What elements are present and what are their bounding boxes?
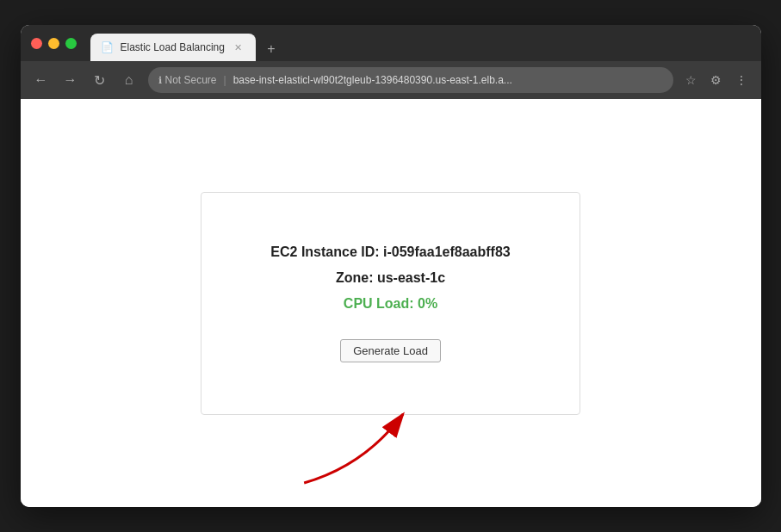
menu-icon[interactable]: ⋮ <box>732 70 751 90</box>
info-icon: ℹ <box>158 75 162 86</box>
content-card: EC2 Instance ID: i-059faa1ef8aabff83 Zon… <box>201 192 580 415</box>
tabs-area: 📄 Elastic Load Balancing ✕ + <box>90 25 751 61</box>
close-button[interactable] <box>31 38 42 49</box>
maximize-button[interactable] <box>65 38 77 49</box>
browser-window: 📄 Elastic Load Balancing ✕ + ← → ↻ ⌂ ℹ N… <box>21 25 761 507</box>
url-text: base-inst-elasticl-wl90t2tgleub-13964803… <box>233 74 663 86</box>
minimize-button[interactable] <box>48 38 59 49</box>
reload-button[interactable]: ↻ <box>90 70 110 90</box>
home-button[interactable]: ⌂ <box>119 70 139 90</box>
active-tab[interactable]: 📄 Elastic Load Balancing ✕ <box>90 34 256 61</box>
extensions-icon[interactable]: ⚙ <box>707 70 725 90</box>
toolbar-icons: ☆ ⚙ ⋮ <box>682 70 751 90</box>
new-tab-button[interactable]: + <box>259 37 283 61</box>
page-content: EC2 Instance ID: i-059faa1ef8aabff83 Zon… <box>21 99 761 507</box>
forward-button[interactable]: → <box>60 70 81 90</box>
address-bar: ← → ↻ ⌂ ℹ Not Secure | base-inst-elastic… <box>21 61 761 99</box>
traffic-lights <box>31 38 77 49</box>
tab-close-icon[interactable]: ✕ <box>232 40 245 54</box>
instance-id-text: EC2 Instance ID: i-059faa1ef8aabff83 <box>270 244 510 260</box>
not-secure-label: Not Secure <box>165 74 217 86</box>
arrow-annotation <box>201 388 579 492</box>
tab-title: Elastic Load Balancing <box>121 41 225 53</box>
cpu-load-text: CPU Load: 0% <box>344 296 437 312</box>
security-indicator: ℹ Not Secure <box>158 74 217 86</box>
generate-load-button[interactable]: Generate Load <box>340 339 441 362</box>
url-separator: | <box>224 74 226 86</box>
back-button[interactable]: ← <box>31 70 52 90</box>
address-input[interactable]: ℹ Not Secure | base-inst-elasticl-wl90t2… <box>148 67 673 93</box>
bookmark-icon[interactable]: ☆ <box>682 70 700 90</box>
zone-text: Zone: us-east-1c <box>336 270 445 286</box>
title-bar: 📄 Elastic Load Balancing ✕ + <box>21 25 761 61</box>
tab-page-icon: 📄 <box>101 41 114 53</box>
